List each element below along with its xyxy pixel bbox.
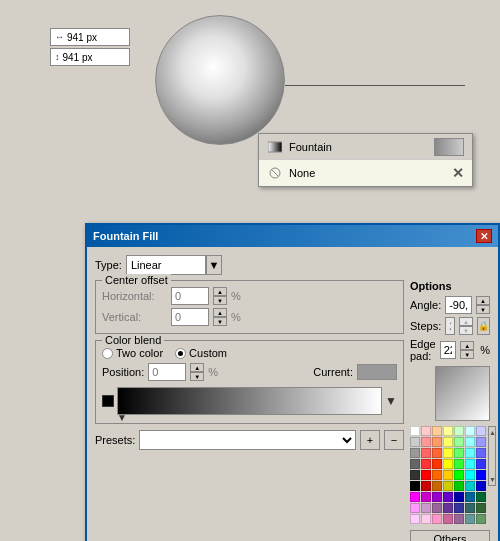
palette-cell[interactable]	[410, 459, 420, 469]
position-down-btn[interactable]: ▼	[190, 372, 204, 381]
steps-down-btn[interactable]: ▼	[459, 326, 473, 335]
vertical-spinner[interactable]: ▲ ▼	[213, 308, 227, 326]
steps-field[interactable]	[449, 320, 451, 332]
palette-cell[interactable]	[421, 437, 431, 447]
palette-cell[interactable]	[421, 492, 431, 502]
palette-cell[interactable]	[465, 437, 475, 447]
dropdown-item-fountain[interactable]: Fountain	[259, 134, 472, 160]
palette-cell[interactable]	[454, 448, 464, 458]
angle-spinner[interactable]: ▲ ▼	[476, 296, 490, 314]
edge-pad-spinner[interactable]: ▲ ▼	[460, 341, 474, 359]
palette-cell[interactable]	[421, 503, 431, 513]
palette-cell[interactable]	[443, 437, 453, 447]
palette-cell[interactable]	[432, 481, 442, 491]
palette-cell[interactable]	[465, 426, 475, 436]
palette-cell[interactable]	[476, 437, 486, 447]
fill-type-dropdown[interactable]: Fountain None ✕	[258, 133, 473, 187]
palette-cell[interactable]	[476, 481, 486, 491]
palette-cell[interactable]	[432, 514, 442, 524]
horizontal-down-btn[interactable]: ▼	[213, 296, 227, 305]
palette-cell[interactable]	[454, 470, 464, 480]
dialog-close-button[interactable]: ✕	[476, 229, 492, 243]
steps-lock-icon[interactable]: 🔒	[477, 317, 490, 335]
color-stop-black[interactable]	[102, 395, 114, 407]
vertical-field[interactable]	[175, 311, 205, 323]
palette-cell[interactable]	[454, 514, 464, 524]
palette-cell[interactable]	[443, 503, 453, 513]
palette-cell[interactable]	[443, 459, 453, 469]
edge-pad-down-btn[interactable]: ▼	[460, 350, 474, 359]
palette-cell[interactable]	[465, 481, 475, 491]
palette-cell[interactable]	[421, 459, 431, 469]
horizontal-up-btn[interactable]: ▲	[213, 287, 227, 296]
dropdown-item-none[interactable]: None ✕	[259, 160, 472, 186]
palette-cell[interactable]	[421, 470, 431, 480]
palette-cell[interactable]	[410, 514, 420, 524]
palette-cell[interactable]	[443, 481, 453, 491]
palette-cell[interactable]	[476, 514, 486, 524]
palette-cell[interactable]	[465, 470, 475, 480]
palette-cell[interactable]	[476, 426, 486, 436]
palette-cell[interactable]	[421, 448, 431, 458]
edge-pad-up-btn[interactable]: ▲	[460, 341, 474, 350]
palette-cell[interactable]	[465, 492, 475, 502]
palette-cell[interactable]	[476, 448, 486, 458]
presets-add-button[interactable]: +	[360, 430, 380, 450]
palette-cell[interactable]	[432, 470, 442, 480]
position-field[interactable]	[152, 366, 182, 378]
gradient-dropdown-arrow[interactable]: ▼	[385, 394, 397, 408]
palette-cell[interactable]	[476, 492, 486, 502]
palette-cell[interactable]	[465, 503, 475, 513]
palette-cell[interactable]	[476, 459, 486, 469]
others-button[interactable]: Others	[410, 530, 490, 541]
palette-cell[interactable]	[421, 514, 431, 524]
palette-cell[interactable]	[454, 481, 464, 491]
palette-cell[interactable]	[432, 448, 442, 458]
palette-cell[interactable]	[410, 437, 420, 447]
gradient-marker[interactable]: ▼	[117, 412, 127, 423]
steps-input[interactable]	[445, 317, 455, 335]
steps-up-btn[interactable]: ▲	[459, 317, 473, 326]
presets-delete-button[interactable]: −	[384, 430, 404, 450]
two-color-radio[interactable]: Two color	[102, 347, 163, 359]
horizontal-input[interactable]	[171, 287, 209, 305]
palette-cell[interactable]	[454, 437, 464, 447]
position-up-btn[interactable]: ▲	[190, 363, 204, 372]
palette-cell[interactable]	[432, 459, 442, 469]
palette-cell[interactable]	[410, 470, 420, 480]
position-spinner[interactable]: ▲ ▼	[190, 363, 204, 381]
palette-cell[interactable]	[432, 437, 442, 447]
palette-cell[interactable]	[465, 459, 475, 469]
color-palette-grid[interactable]	[410, 426, 486, 524]
palette-cell[interactable]	[410, 503, 420, 513]
palette-cell[interactable]	[432, 426, 442, 436]
type-dropdown-arrow[interactable]: ▼	[206, 255, 222, 275]
edge-pad-field[interactable]	[444, 344, 453, 356]
palette-cell[interactable]	[454, 426, 464, 436]
horizontal-field[interactable]	[175, 290, 205, 302]
palette-cell[interactable]	[410, 481, 420, 491]
angle-input[interactable]	[445, 296, 472, 314]
palette-cell[interactable]	[465, 514, 475, 524]
palette-cell[interactable]	[421, 481, 431, 491]
presets-select[interactable]	[139, 430, 356, 450]
vertical-input[interactable]	[171, 308, 209, 326]
angle-up-btn[interactable]: ▲	[476, 296, 490, 305]
palette-cell[interactable]	[410, 492, 420, 502]
gradient-bar[interactable]	[117, 387, 382, 415]
palette-cell[interactable]	[443, 448, 453, 458]
palette-cell[interactable]	[421, 426, 431, 436]
angle-down-btn[interactable]: ▼	[476, 305, 490, 314]
vertical-down-btn[interactable]: ▼	[213, 317, 227, 326]
palette-cell[interactable]	[432, 492, 442, 502]
palette-cell[interactable]	[454, 503, 464, 513]
custom-radio[interactable]: Custom	[175, 347, 227, 359]
palette-cell[interactable]	[443, 470, 453, 480]
palette-cell[interactable]	[410, 448, 420, 458]
vertical-up-btn[interactable]: ▲	[213, 308, 227, 317]
edge-pad-input[interactable]	[440, 341, 457, 359]
palette-cell[interactable]	[454, 459, 464, 469]
type-select[interactable]: Linear	[126, 255, 206, 275]
palette-cell[interactable]	[476, 503, 486, 513]
palette-scrollbar[interactable]: ▲ ▼	[488, 426, 496, 486]
